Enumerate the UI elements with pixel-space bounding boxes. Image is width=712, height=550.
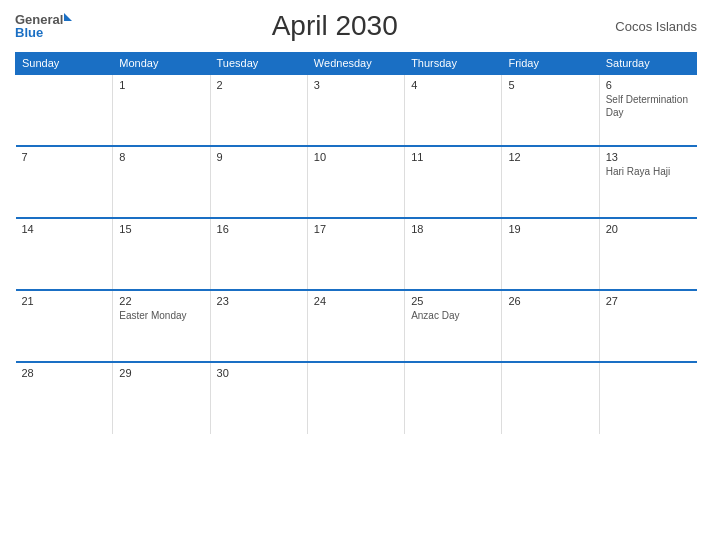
day-number: 15 [119,223,203,235]
col-tuesday: Tuesday [210,53,307,75]
col-thursday: Thursday [405,53,502,75]
table-row: 7 [16,146,113,218]
day-number: 13 [606,151,691,163]
table-row [16,74,113,146]
col-friday: Friday [502,53,599,75]
day-number: 28 [22,367,107,379]
day-number: 14 [22,223,107,235]
table-row: 1 [113,74,210,146]
day-number: 9 [217,151,301,163]
col-sunday: Sunday [16,53,113,75]
table-row: 24 [307,290,404,362]
page-title: April 2030 [72,10,597,42]
calendar-week-row: 14151617181920 [16,218,697,290]
table-row: 23 [210,290,307,362]
calendar-header-row: Sunday Monday Tuesday Wednesday Thursday… [16,53,697,75]
holiday-label: Hari Raya Haji [606,165,691,178]
calendar-table: Sunday Monday Tuesday Wednesday Thursday… [15,52,697,434]
day-number: 2 [217,79,301,91]
table-row: 6Self Determination Day [599,74,696,146]
day-number: 3 [314,79,398,91]
table-row: 20 [599,218,696,290]
logo: General Blue [15,13,72,39]
table-row: 9 [210,146,307,218]
logo-blue: Blue [15,26,43,39]
col-wednesday: Wednesday [307,53,404,75]
table-row: 29 [113,362,210,434]
holiday-label: Anzac Day [411,309,495,322]
table-row: 11 [405,146,502,218]
day-number: 11 [411,151,495,163]
table-row: 12 [502,146,599,218]
table-row: 10 [307,146,404,218]
table-row: 2 [210,74,307,146]
table-row [405,362,502,434]
calendar-week-row: 123456Self Determination Day [16,74,697,146]
day-number: 21 [22,295,107,307]
day-number: 18 [411,223,495,235]
table-row: 18 [405,218,502,290]
calendar-week-row: 78910111213Hari Raya Haji [16,146,697,218]
calendar-week-row: 2122Easter Monday232425Anzac Day2627 [16,290,697,362]
table-row: 13Hari Raya Haji [599,146,696,218]
holiday-label: Self Determination Day [606,93,691,119]
table-row: 17 [307,218,404,290]
day-number: 5 [508,79,592,91]
holiday-label: Easter Monday [119,309,203,322]
table-row [307,362,404,434]
day-number: 29 [119,367,203,379]
table-row: 19 [502,218,599,290]
day-number: 10 [314,151,398,163]
day-number: 22 [119,295,203,307]
day-number: 6 [606,79,691,91]
day-number: 27 [606,295,691,307]
table-row [502,362,599,434]
day-number: 12 [508,151,592,163]
day-number: 24 [314,295,398,307]
table-row: 14 [16,218,113,290]
table-row: 28 [16,362,113,434]
col-monday: Monday [113,53,210,75]
table-row: 30 [210,362,307,434]
region-label: Cocos Islands [597,19,697,34]
day-number: 23 [217,295,301,307]
day-number: 19 [508,223,592,235]
table-row: 21 [16,290,113,362]
logo-triangle-icon [64,13,72,21]
table-row: 16 [210,218,307,290]
table-row: 8 [113,146,210,218]
day-number: 17 [314,223,398,235]
day-number: 30 [217,367,301,379]
col-saturday: Saturday [599,53,696,75]
table-row: 4 [405,74,502,146]
table-row [599,362,696,434]
day-number: 16 [217,223,301,235]
calendar-header: General Blue April 2030 Cocos Islands [15,10,697,42]
table-row: 26 [502,290,599,362]
day-number: 20 [606,223,691,235]
day-number: 8 [119,151,203,163]
table-row: 3 [307,74,404,146]
calendar-week-row: 282930 [16,362,697,434]
table-row: 22Easter Monday [113,290,210,362]
table-row: 5 [502,74,599,146]
day-number: 25 [411,295,495,307]
page: General Blue April 2030 Cocos Islands Su… [0,0,712,550]
day-number: 4 [411,79,495,91]
day-number: 26 [508,295,592,307]
table-row: 25Anzac Day [405,290,502,362]
day-number: 7 [22,151,107,163]
table-row: 15 [113,218,210,290]
day-number: 1 [119,79,203,91]
table-row: 27 [599,290,696,362]
